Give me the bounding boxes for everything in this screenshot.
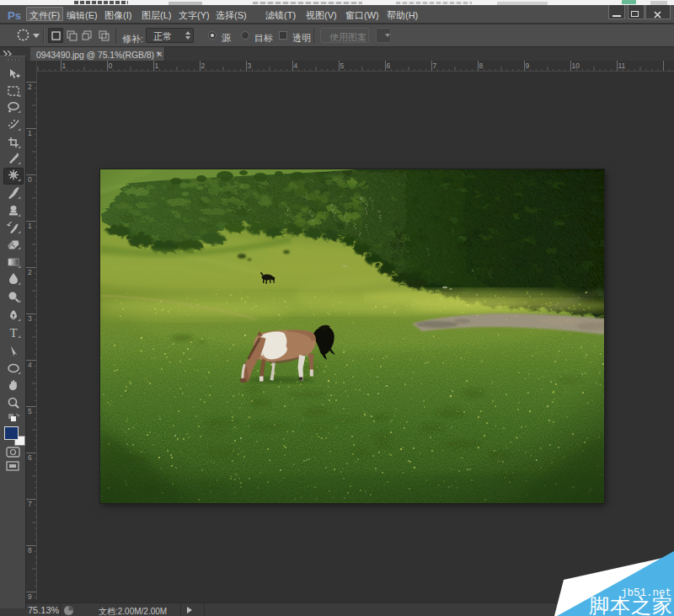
svg-text:2: 2 bbox=[201, 62, 206, 70]
svg-text:4: 4 bbox=[294, 62, 298, 70]
svg-text:0: 0 bbox=[109, 62, 113, 70]
svg-text:8: 8 bbox=[479, 62, 484, 70]
svg-text:7: 7 bbox=[28, 500, 32, 508]
svg-text:6: 6 bbox=[387, 62, 391, 70]
svg-text:9: 9 bbox=[526, 62, 530, 70]
svg-text:5: 5 bbox=[28, 407, 32, 415]
svg-text:0: 0 bbox=[28, 175, 32, 184]
svg-text:3: 3 bbox=[28, 314, 32, 323]
svg-text:9: 9 bbox=[28, 592, 32, 600]
svg-text:2: 2 bbox=[28, 83, 32, 91]
svg-text:4: 4 bbox=[28, 361, 32, 369]
svg-text:1: 1 bbox=[28, 222, 32, 230]
svg-text:1: 1 bbox=[28, 129, 32, 137]
svg-text:8: 8 bbox=[28, 546, 32, 554]
svg-text:1: 1 bbox=[62, 62, 67, 70]
svg-text:1: 1 bbox=[155, 62, 159, 70]
svg-text:3: 3 bbox=[248, 62, 252, 70]
svg-text:5: 5 bbox=[340, 62, 345, 70]
svg-text:7: 7 bbox=[433, 62, 437, 70]
svg-text:T: T bbox=[9, 326, 17, 340]
svg-text:脚本之家: 脚本之家 bbox=[589, 594, 673, 616]
svg-text:2: 2 bbox=[28, 268, 32, 276]
svg-text:11: 11 bbox=[618, 62, 626, 70]
svg-text:6: 6 bbox=[28, 453, 32, 462]
svg-text:10: 10 bbox=[572, 62, 580, 70]
